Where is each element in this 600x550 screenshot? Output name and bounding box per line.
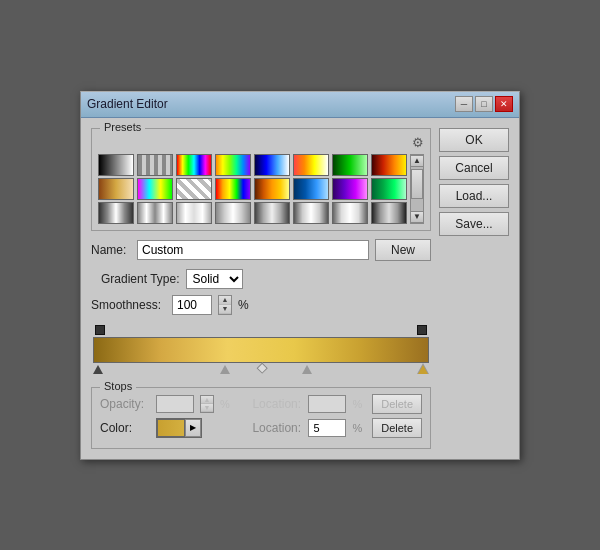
preset-swatch[interactable] bbox=[254, 202, 290, 224]
smoothness-input[interactable] bbox=[172, 295, 212, 315]
scroll-up-arrow[interactable]: ▲ bbox=[410, 155, 424, 167]
smoothness-decrement[interactable]: ▼ bbox=[219, 305, 231, 314]
opacity-label: Opacity: bbox=[100, 397, 150, 411]
color-location-pct: % bbox=[352, 422, 362, 434]
color-stop-left[interactable] bbox=[93, 365, 103, 374]
minimize-button[interactable]: ─ bbox=[455, 96, 473, 112]
color-dropdown-arrow[interactable]: ▶ bbox=[185, 419, 201, 437]
preset-swatch[interactable] bbox=[293, 178, 329, 200]
color-delete-button[interactable]: Delete bbox=[372, 418, 422, 438]
preset-swatch[interactable] bbox=[176, 154, 212, 176]
color-location-label: Location: bbox=[252, 421, 302, 435]
smoothness-row: Smoothness: ▲ ▼ % bbox=[91, 295, 431, 315]
opacity-location-label: Location: bbox=[252, 397, 302, 411]
presets-grid-wrapper: ▲ ▼ bbox=[98, 154, 424, 224]
gradient-editor-window: Gradient Editor ─ □ ✕ Presets ⚙ bbox=[80, 91, 520, 460]
presets-group: Presets ⚙ bbox=[91, 128, 431, 231]
color-location-input[interactable] bbox=[308, 419, 346, 437]
preset-swatch[interactable] bbox=[215, 154, 251, 176]
opacity-increment: ▲ bbox=[201, 396, 213, 404]
gradient-type-select[interactable]: Solid Noise bbox=[186, 269, 243, 289]
color-row: Color: ▶ Location: % Delete bbox=[100, 418, 422, 438]
opacity-input bbox=[156, 395, 194, 413]
opacity-decrement: ▼ bbox=[201, 404, 213, 412]
close-button[interactable]: ✕ bbox=[495, 96, 513, 112]
preset-swatch[interactable] bbox=[293, 202, 329, 224]
opacity-row: Opacity: ▲ ▼ % Location: % Delete bbox=[100, 394, 422, 414]
preset-swatch[interactable] bbox=[332, 202, 368, 224]
preset-swatch[interactable] bbox=[98, 154, 134, 176]
cancel-button[interactable]: Cancel bbox=[439, 156, 509, 180]
gear-icon[interactable]: ⚙ bbox=[412, 135, 424, 150]
ok-button[interactable]: OK bbox=[439, 128, 509, 152]
top-stops bbox=[91, 323, 431, 337]
preset-swatch[interactable] bbox=[176, 178, 212, 200]
save-button[interactable]: Save... bbox=[439, 212, 509, 236]
preset-swatch[interactable] bbox=[332, 154, 368, 176]
opacity-delete-button: Delete bbox=[372, 394, 422, 414]
smoothness-increment[interactable]: ▲ bbox=[219, 296, 231, 305]
color-stop-selected[interactable] bbox=[418, 365, 428, 374]
opacity-stop-right[interactable] bbox=[417, 325, 427, 335]
opacity-location-input bbox=[308, 395, 346, 413]
opacity-pct-label: % bbox=[220, 398, 230, 410]
name-input[interactable] bbox=[137, 240, 369, 260]
preset-swatch[interactable] bbox=[137, 178, 173, 200]
opacity-spinner: ▲ ▼ bbox=[200, 395, 214, 413]
color-swatch[interactable] bbox=[157, 419, 185, 437]
preset-swatch[interactable] bbox=[137, 154, 173, 176]
smoothness-label: Smoothness: bbox=[91, 298, 166, 312]
stops-group-label: Stops bbox=[100, 380, 136, 392]
window-body: Presets ⚙ bbox=[81, 118, 519, 459]
preset-swatch[interactable] bbox=[254, 154, 290, 176]
title-buttons: ─ □ ✕ bbox=[455, 96, 513, 112]
preset-swatch[interactable] bbox=[98, 178, 134, 200]
color-swatch-container[interactable]: ▶ bbox=[156, 418, 202, 438]
preset-swatch[interactable] bbox=[215, 178, 251, 200]
presets-scrollbar: ▲ ▼ bbox=[410, 154, 424, 224]
name-label: Name: bbox=[91, 243, 131, 257]
preset-swatch[interactable] bbox=[293, 154, 329, 176]
color-stop-mid2[interactable] bbox=[302, 365, 312, 374]
midpoint-diamond[interactable] bbox=[257, 362, 268, 373]
color-stop-mid1[interactable] bbox=[220, 365, 230, 374]
presets-label: Presets bbox=[100, 121, 145, 133]
smoothness-spinner: ▲ ▼ bbox=[218, 295, 232, 315]
preset-swatch[interactable] bbox=[137, 202, 173, 224]
presets-header: ⚙ bbox=[98, 135, 424, 150]
preset-swatch[interactable] bbox=[371, 178, 407, 200]
preset-swatch[interactable] bbox=[254, 178, 290, 200]
gradient-bar-area bbox=[91, 323, 431, 381]
stops-group: Stops Opacity: ▲ ▼ % Location: % Delete bbox=[91, 387, 431, 449]
new-button[interactable]: New bbox=[375, 239, 431, 261]
gradient-type-label: Gradient Type: bbox=[101, 272, 180, 286]
restore-button[interactable]: □ bbox=[475, 96, 493, 112]
name-row: Name: New bbox=[91, 239, 431, 261]
scroll-down-arrow[interactable]: ▼ bbox=[410, 211, 424, 223]
bottom-stops bbox=[91, 363, 431, 381]
window-title: Gradient Editor bbox=[87, 97, 168, 111]
preset-swatch[interactable] bbox=[98, 202, 134, 224]
right-panel: OK Cancel Load... Save... bbox=[439, 128, 509, 449]
preset-swatch[interactable] bbox=[215, 202, 251, 224]
preset-swatch[interactable] bbox=[332, 178, 368, 200]
opacity-location-pct: % bbox=[352, 398, 362, 410]
opacity-stop-left[interactable] bbox=[95, 325, 105, 335]
color-label: Color: bbox=[100, 421, 150, 435]
title-bar: Gradient Editor ─ □ ✕ bbox=[81, 92, 519, 118]
gradient-type-row: Gradient Type: Solid Noise bbox=[91, 269, 431, 289]
load-button[interactable]: Load... bbox=[439, 184, 509, 208]
preset-swatch[interactable] bbox=[371, 202, 407, 224]
preset-swatch[interactable] bbox=[371, 154, 407, 176]
smoothness-pct: % bbox=[238, 298, 249, 312]
scroll-thumb[interactable] bbox=[411, 169, 423, 199]
preset-swatch[interactable] bbox=[176, 202, 212, 224]
presets-grid bbox=[98, 154, 408, 224]
left-panel: Presets ⚙ bbox=[91, 128, 431, 449]
gradient-bar[interactable] bbox=[93, 337, 429, 363]
